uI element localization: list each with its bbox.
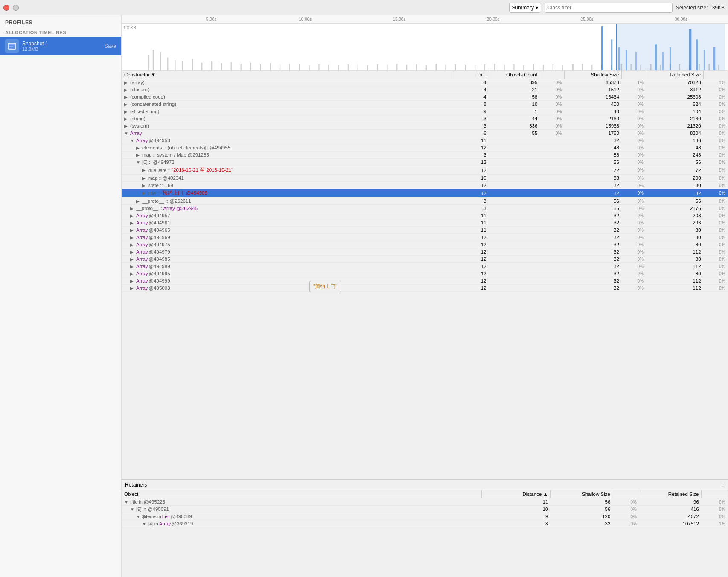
table-row[interactable]: ▶(concatenated string)8100%4000%6240% [122, 101, 728, 108]
th-shallow-size[interactable]: Shallow Size [564, 71, 622, 79]
table-row[interactable]: ▶Array @49500312320%1120% [122, 285, 728, 292]
expand-btn[interactable]: ▶ [130, 228, 135, 233]
summary-dropdown[interactable]: Summary ▾ [509, 3, 541, 13]
expand-btn[interactable]: ▶ [124, 87, 129, 92]
retainer-expand-btn[interactable]: ▼ [136, 514, 141, 519]
retainer-expand-btn[interactable]: ▼ [142, 522, 147, 526]
expand-btn[interactable]: ▶ [130, 286, 135, 291]
distance-cell: 3 [454, 205, 489, 212]
class-filter-input[interactable] [545, 3, 673, 13]
expand-btn[interactable]: ▼ [124, 131, 129, 136]
table-row[interactable]: ▼Array @49495311320%1360% [122, 137, 728, 144]
expand-btn[interactable]: ▼ [130, 138, 135, 143]
table-row[interactable]: ▶dueDate :: "2016-10-21 至 2016-10-21"127… [122, 166, 728, 175]
main-table-container[interactable]: Constructor ▼ Di... Objects Count Shallo… [122, 71, 728, 479]
expand-btn[interactable]: ▶ [124, 109, 129, 114]
table-row[interactable]: ▶__proto__ :: @2626113560%560% [122, 198, 728, 205]
table-row[interactable]: ▶state :: ...6912320%800% [122, 182, 728, 189]
expand-btn[interactable]: ▶ [130, 235, 135, 240]
expand-btn[interactable]: ▶ [136, 146, 141, 150]
shallow-pct-cell: 0% [622, 115, 646, 122]
expand-btn[interactable]: ▶ [130, 242, 135, 247]
retainers-scroll-icon[interactable]: ≡ [721, 481, 725, 488]
expand-btn[interactable]: ▶ [130, 250, 135, 254]
table-row[interactable]: ▶title :: "预约上门" @49490912320%320% [122, 189, 728, 198]
constructor-name: map :: system / Map @291285 [142, 152, 209, 157]
retained-size-cell: 208 [646, 212, 704, 219]
expand-btn[interactable]: ▶ [142, 168, 147, 172]
table-row[interactable]: ▶Array @49496912320%800% [122, 234, 728, 241]
expand-btn[interactable]: ▶ [142, 183, 147, 188]
objects-count-cell [489, 175, 540, 182]
table-row[interactable]: ▶Array @49496111320%2960% [122, 219, 728, 227]
expand-btn[interactable]: ▶ [124, 95, 129, 99]
th-ret-retained[interactable]: Retained Size [639, 490, 702, 498]
retainer-retained-cell: 4072 [639, 513, 702, 520]
expand-btn[interactable]: ▶ [130, 213, 135, 218]
retainer-row[interactable]: ▼title in @49522511560%960% [122, 498, 728, 506]
table-row[interactable]: ▶elements :: (object elements)[] @494955… [122, 144, 728, 152]
table-row[interactable]: ▶Array @49498512320%800% [122, 256, 728, 263]
table-row[interactable]: ▶Array @49499912320%1120% [122, 277, 728, 285]
expand-btn[interactable]: ▶ [130, 271, 135, 276]
th-distance[interactable]: Di... [454, 71, 489, 79]
expand-btn[interactable]: ▶ [124, 80, 129, 85]
table-row[interactable]: ▼Array6550%17600%83040% [122, 130, 728, 137]
table-row[interactable]: ▶(system)33360%159680%213200% [122, 122, 728, 130]
constructor-cell: ▶Array @494985 [122, 256, 454, 263]
th-ret-distance[interactable]: Distance ▲ [481, 490, 550, 498]
th-constructor[interactable]: Constructor ▼ [122, 71, 454, 79]
table-row[interactable]: ▶Array @49495711320%2080% [122, 212, 728, 219]
table-row[interactable]: ▶(closure)4210%15120%39120% [122, 86, 728, 93]
table-row[interactable]: ▶Array @49498912320%1120% [122, 263, 728, 270]
close-button[interactable] [3, 5, 9, 11]
constructor-name: title :: [148, 191, 160, 196]
timeline-chart[interactable]: 100KB [122, 24, 728, 70]
expand-btn[interactable]: ▼ [136, 160, 141, 165]
svg-rect-5 [153, 50, 154, 70]
expand-btn[interactable]: ▶ [130, 264, 135, 269]
table-row[interactable]: ▶map :: system / Map @2912853880%2480% [122, 152, 728, 159]
table-row[interactable]: ▼[0] :: @49497312560%560% [122, 159, 728, 166]
expand-btn[interactable]: ▶ [124, 117, 129, 121]
table-row[interactable]: ▶(string)3440%21600%21600% [122, 115, 728, 122]
retainer-expand-btn[interactable]: ▼ [124, 500, 129, 504]
expand-btn[interactable]: ▶ [130, 279, 135, 283]
expand-btn[interactable]: ▶ [130, 206, 135, 211]
table-row[interactable]: ▶(compiled code)4580%164640%256080% [122, 93, 728, 101]
retained-size-cell: 25608 [646, 93, 704, 101]
retainer-expand-btn[interactable]: ▼ [130, 507, 135, 512]
th-objects-count[interactable]: Objects Count [489, 71, 540, 79]
expand-btn[interactable]: ▶ [142, 176, 147, 181]
timeline-selection[interactable] [616, 24, 725, 70]
table-row[interactable]: ▶Array @49496511320%800% [122, 227, 728, 234]
th-retained-size[interactable]: Retained Size [646, 71, 704, 79]
expand-btn[interactable]: ▶ [136, 153, 141, 157]
table-row[interactable]: ▶(sliced string)910%400%1040% [122, 108, 728, 115]
retainer-row[interactable]: ▼$items in List @49508991200%40720% [122, 513, 728, 520]
expand-btn[interactable]: ▶ [124, 102, 129, 107]
retainers-table-container[interactable]: Object Distance ▲ Shallow Size Retained … [122, 490, 728, 577]
stop-button[interactable] [13, 5, 19, 11]
retainer-suffix3: @369319 [172, 521, 193, 526]
snapshot-item[interactable]: Snapshot 1 12.2MB Save [0, 37, 121, 55]
retainer-row[interactable]: ▼[9] in @49509110560%4160% [122, 506, 728, 513]
retainer-row[interactable]: ▼[4] in Array @3693198320%1075121% [122, 520, 728, 527]
expand-btn[interactable]: ▶ [130, 221, 135, 225]
table-row[interactable]: ▶Array @49499512320%800% [122, 270, 728, 277]
table-row[interactable]: ▶Array @49497912320%1120% [122, 248, 728, 256]
th-ret-object[interactable]: Object [122, 490, 481, 498]
objects-count-cell [489, 248, 540, 256]
table-row[interactable]: ▶(array)43950%653761%703281% [122, 79, 728, 86]
constructor-cell: ▶elements :: (object elements)[] @494955 [122, 144, 454, 152]
table-row[interactable]: ▶__proto__ :: Array @2629453560%21760% [122, 205, 728, 212]
table-row[interactable]: ▶Array @49497512320%800% [122, 241, 728, 248]
save-link[interactable]: Save [105, 43, 116, 49]
expand-btn[interactable]: ▶ [124, 124, 129, 128]
expand-btn[interactable]: ▶ [130, 257, 135, 262]
expand-btn[interactable]: ▶ [136, 199, 141, 204]
expand-btn[interactable]: ▶ [142, 191, 147, 195]
table-row[interactable]: ▶map :: @40234110880%2000% [122, 175, 728, 182]
constructor-name: (system) [130, 123, 149, 128]
th-ret-shallow[interactable]: Shallow Size [550, 490, 613, 498]
